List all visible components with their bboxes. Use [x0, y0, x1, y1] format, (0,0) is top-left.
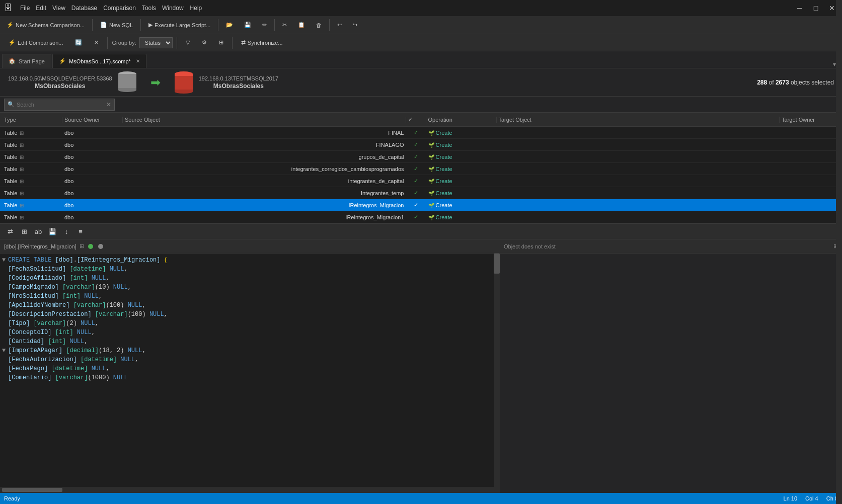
- cell-type: Table ⊞: [2, 190, 62, 196]
- options-icon: ⚙: [202, 39, 207, 46]
- table-grid-icon: ⊞: [20, 215, 24, 220]
- h-scrollbar-thumb[interactable]: [2, 488, 62, 492]
- copy-button[interactable]: 📋: [293, 18, 310, 32]
- search-input[interactable]: [17, 102, 106, 108]
- right-scrollbar[interactable]: [836, 239, 842, 493]
- delete-button[interactable]: 🗑: [312, 18, 326, 32]
- comparison-tab-icon: ⚡: [59, 58, 66, 64]
- open-button[interactable]: 📂: [221, 18, 238, 32]
- execute-script-button[interactable]: ▶ Execute Large Script...: [144, 18, 215, 32]
- cell-operation: 🌱 Create: [426, 202, 497, 208]
- sql-line: ▼ CREATE TABLE [dbo].[IReintegros_Migrac…: [2, 256, 497, 265]
- sql-line: [DescripcionPrestacion] [varchar](100) N…: [2, 310, 497, 319]
- sync-arrow: ➡: [150, 75, 161, 90]
- new-sql-button[interactable]: 📄 New SQL: [96, 18, 137, 32]
- sql-line: [ConceptoID] [int] NULL,: [2, 328, 497, 337]
- table-grid-icon: ⊞: [20, 154, 24, 160]
- menu-edit[interactable]: Edit: [36, 5, 46, 12]
- cell-operation: 🌱 Create: [426, 166, 497, 172]
- line-expand-icon[interactable]: ▼: [2, 256, 8, 265]
- vertical-scrollbar[interactable]: [494, 254, 500, 493]
- sort-button[interactable]: ↕: [60, 225, 72, 237]
- table-row[interactable]: Table ⊞ dbo grupos_de_capital ✓ 🌱 Create: [0, 151, 842, 163]
- redo-button[interactable]: ↪: [348, 18, 362, 32]
- table-row[interactable]: Table ⊞ dbo integrantes_corregidos_cambi…: [0, 163, 842, 175]
- table-row[interactable]: Table ⊞ dbo Integrantes_temp ✓ 🌱 Create: [0, 187, 842, 199]
- delete-icon: 🗑: [316, 22, 322, 28]
- diff-icon-button[interactable]: ⇄: [4, 225, 16, 237]
- sql-line: [Tipo] [varchar](2) NULL,: [2, 319, 497, 328]
- scrollbar-thumb[interactable]: [494, 254, 500, 274]
- filter-icon: ▽: [186, 39, 190, 46]
- cell-source-owner: dbo: [62, 202, 123, 208]
- col-operation: Operation: [426, 117, 497, 123]
- menu-comparison[interactable]: Comparison: [103, 5, 136, 12]
- cell-check: ✓: [406, 141, 426, 148]
- object-grid: Type Source Owner Source Object ✓ Operat…: [0, 113, 842, 223]
- search-icon: 🔍: [8, 101, 15, 108]
- grid-view-button[interactable]: ⊞: [214, 36, 228, 50]
- menu-view[interactable]: View: [52, 5, 65, 12]
- table-row[interactable]: Table ⊞ dbo FINAL ✓ 🌱 Create: [0, 127, 842, 139]
- left-panel-container: [dbo].[IReintegros_Migracion] ⊞ ▼ CREATE…: [0, 239, 500, 493]
- menu-file[interactable]: File: [20, 5, 30, 12]
- expand-button[interactable]: ≡: [74, 225, 87, 237]
- options-button[interactable]: ⚙: [197, 36, 211, 50]
- sql-line: [FechaSolicitud] [datetime] NULL,: [2, 265, 497, 274]
- tab-close-icon[interactable]: ✕: [136, 58, 140, 64]
- cell-type: Table ⊞: [2, 202, 62, 208]
- refresh-icon: 🔄: [75, 39, 82, 46]
- sql-panel[interactable]: ▼ CREATE TABLE [dbo].[IReintegros_Migrac…: [0, 254, 500, 487]
- table-row[interactable]: Table ⊞ dbo FINALAGO ✓ 🌱 Create: [0, 139, 842, 151]
- tab-start-page[interactable]: 🏠 Start Page: [2, 54, 51, 68]
- save-button[interactable]: 💾: [240, 18, 256, 32]
- undo-button[interactable]: ↩: [333, 18, 346, 32]
- table-grid-icon: ⊞: [20, 166, 24, 172]
- maximize-button[interactable]: □: [810, 2, 822, 14]
- toolbar-sep-4: [274, 19, 275, 31]
- search-clear-button[interactable]: ✕: [106, 101, 111, 108]
- title-bar-left: 🗄 File Edit View Database Comparison Too…: [4, 4, 202, 13]
- title-bar: 🗄 File Edit View Database Comparison Too…: [0, 0, 842, 16]
- menu-database[interactable]: Database: [71, 5, 97, 12]
- execute-icon: ▶: [148, 22, 152, 28]
- horizontal-scrollbar[interactable]: [0, 487, 500, 493]
- sql-line: [FechaAutorizacion] [datetime] NULL,: [2, 355, 497, 364]
- filter-button[interactable]: ▽: [181, 36, 194, 50]
- type-label: Table: [4, 190, 17, 196]
- table-row[interactable]: Table ⊞ dbo integrantes_de_capital ✓ 🌱 C…: [0, 175, 842, 187]
- table-row[interactable]: Table ⊞ dbo IReintegros_Migracion ✓ 🌱 Cr…: [0, 199, 842, 211]
- col-target-owner: Target Owner: [780, 117, 840, 123]
- save-script-button[interactable]: 💾: [46, 225, 58, 237]
- line-expand-icon[interactable]: ▼: [2, 346, 8, 355]
- menu-tools[interactable]: Tools: [142, 5, 156, 12]
- minimize-button[interactable]: ─: [794, 2, 806, 14]
- close-comparison-button[interactable]: ✕: [90, 36, 103, 50]
- cell-source-owner: dbo: [62, 142, 123, 148]
- left-panel-header: [dbo].[IReintegros_Migracion] ⊞: [0, 239, 500, 254]
- redo-icon: ↪: [353, 22, 357, 28]
- tab-comparison[interactable]: ⚡ MsObrasSo...17).scomp* ✕: [52, 54, 146, 68]
- grid-body: Table ⊞ dbo FINAL ✓ 🌱 Create Table ⊞ dbo…: [0, 127, 842, 223]
- menu-window[interactable]: Window: [162, 5, 184, 12]
- edit-comparison-button[interactable]: ⚡ Edit Comparison...: [4, 36, 67, 50]
- sql-line: [FechaPago] [datetime] NULL,: [2, 364, 497, 373]
- cell-type: Table ⊞: [2, 166, 62, 172]
- table-row[interactable]: Table ⊞ dbo IReintegros_Migracion1 ✓ 🌱 C…: [0, 211, 842, 223]
- group-by-select[interactable]: Status Type None: [139, 37, 173, 48]
- comparison-icon: ⚡: [9, 39, 16, 46]
- text-icon-button[interactable]: ab: [32, 225, 44, 237]
- grid-icon-button[interactable]: ⊞: [18, 225, 30, 237]
- sync-icon: ⇄: [241, 39, 246, 46]
- table-grid-icon: ⊞: [20, 142, 24, 148]
- new-schema-comparison-button[interactable]: ⚡ New Schema Comparison...: [2, 18, 89, 32]
- cut-button[interactable]: ✂: [278, 18, 291, 32]
- edit-button[interactable]: ✏: [258, 18, 271, 32]
- refresh-button[interactable]: 🔄: [70, 36, 87, 50]
- cell-source-owner: dbo: [62, 154, 123, 160]
- cell-source-object: integrantes_de_capital: [123, 178, 406, 184]
- cell-source-owner: dbo: [62, 214, 123, 220]
- table-grid-icon: ⊞: [20, 203, 24, 208]
- synchronize-button[interactable]: ⇄ Synchronize...: [237, 36, 287, 50]
- menu-help[interactable]: Help: [190, 5, 202, 12]
